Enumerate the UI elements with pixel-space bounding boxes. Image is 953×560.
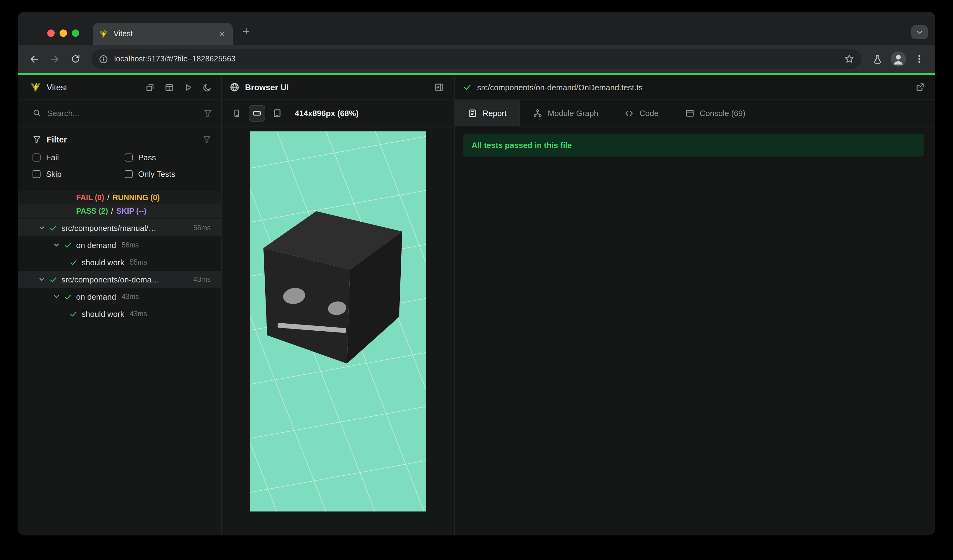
close-tab-icon[interactable] bbox=[217, 29, 227, 39]
reload-button[interactable] bbox=[66, 49, 85, 69]
minimize-window-button[interactable] bbox=[60, 29, 67, 37]
viewport-size-label: 414x896px (68%) bbox=[295, 109, 359, 118]
filter-header: Filter bbox=[33, 134, 213, 145]
report-body: All tests passed in this file bbox=[455, 127, 935, 535]
tab-code[interactable]: Code bbox=[612, 100, 672, 126]
pass-check-icon bbox=[69, 310, 78, 318]
filter-title: Filter bbox=[47, 135, 67, 144]
mobile-landscape-button[interactable] bbox=[249, 105, 265, 121]
smartphone-rotate-icon bbox=[252, 109, 262, 118]
theme-toggle-button[interactable] bbox=[202, 82, 213, 93]
summary-separator: / bbox=[107, 194, 109, 202]
tab-module-graph[interactable]: Module Graph bbox=[520, 100, 612, 126]
funnel-icon bbox=[33, 135, 41, 144]
test-suite-row[interactable]: on demand 43ms bbox=[18, 288, 221, 305]
filter-panel: Filter Fail Pass bbox=[18, 127, 221, 186]
smartphone-icon bbox=[232, 109, 241, 118]
fail-count: FAIL (0) bbox=[76, 194, 104, 202]
test-duration: 43ms bbox=[121, 293, 139, 300]
sidebar-header: Vitest bbox=[18, 75, 221, 100]
test-file-name: src/components/manual/… bbox=[61, 223, 156, 233]
filter-checkbox-pass[interactable]: Pass bbox=[125, 153, 213, 162]
profile-avatar[interactable] bbox=[889, 49, 908, 69]
mobile-portrait-button[interactable] bbox=[228, 105, 245, 121]
search-input[interactable] bbox=[47, 109, 197, 118]
banner-text: All tests passed in this file bbox=[472, 141, 572, 150]
url-text: localhost:5173/#/?file=1828625563 bbox=[114, 55, 844, 63]
test-duration: 43ms bbox=[193, 276, 221, 283]
browser-ui-header: Browser UI bbox=[222, 75, 455, 100]
chevron-down-icon[interactable] bbox=[39, 276, 45, 282]
checkbox-box[interactable] bbox=[33, 154, 40, 161]
filter-checkbox-fail[interactable]: Fail bbox=[33, 153, 125, 162]
browser-ui-panel: Browser UI 414x896px (68%) bbox=[222, 75, 455, 535]
test-case-row[interactable]: should work 55ms bbox=[18, 254, 221, 271]
reset-filter-button[interactable] bbox=[202, 134, 213, 145]
search-bar bbox=[18, 100, 221, 127]
filter-options: Fail Pass Skip Only Tests bbox=[33, 153, 213, 179]
test-suite-name: on demand bbox=[76, 240, 116, 250]
site-info-icon[interactable] bbox=[99, 54, 108, 64]
clear-filter-icon[interactable] bbox=[203, 109, 213, 118]
checkbox-box[interactable] bbox=[33, 170, 40, 178]
summary-separator: / bbox=[111, 207, 113, 216]
panel-right-icon bbox=[434, 82, 444, 92]
tablet-icon bbox=[273, 109, 282, 118]
chevron-down-icon[interactable] bbox=[53, 293, 60, 299]
browser-menu-button[interactable] bbox=[910, 49, 929, 69]
dock-panel-button[interactable] bbox=[431, 80, 446, 95]
tablet-button[interactable] bbox=[269, 105, 286, 121]
navigation-bar: localhost:5173/#/?file=1828625563 bbox=[18, 45, 935, 73]
tab-list-button[interactable] bbox=[911, 25, 928, 39]
dashboard-button[interactable] bbox=[163, 82, 174, 93]
tab-console[interactable]: Console (69) bbox=[672, 100, 759, 126]
test-file-row[interactable]: src/components/on-dema… 43ms bbox=[18, 271, 221, 288]
test-tree: src/components/manual/… 56ms on demand 5… bbox=[18, 219, 221, 535]
experiments-button[interactable] bbox=[868, 49, 887, 69]
filter-checkbox-skip[interactable]: Skip bbox=[33, 169, 125, 179]
tab-strip: Vitest bbox=[18, 12, 935, 45]
open-external-button[interactable] bbox=[913, 80, 927, 95]
run-all-button[interactable] bbox=[182, 82, 193, 93]
back-button[interactable] bbox=[24, 49, 43, 69]
chevron-down-icon[interactable] bbox=[53, 242, 60, 248]
sidebar-toolbar bbox=[144, 82, 213, 93]
browser-window: Vitest bbox=[18, 12, 935, 535]
moon-icon bbox=[202, 82, 211, 92]
pass-check-icon bbox=[463, 83, 472, 92]
module-graph-icon bbox=[533, 109, 542, 118]
tab-label: Code bbox=[639, 109, 658, 118]
panels-button[interactable] bbox=[144, 82, 155, 93]
tab-label: Report bbox=[483, 109, 507, 118]
running-count: RUNNING (0) bbox=[112, 194, 160, 202]
app-name: Vitest bbox=[47, 82, 67, 92]
test-file-row[interactable]: src/components/manual/… 56ms bbox=[18, 219, 221, 236]
overlapping-windows-icon bbox=[145, 82, 154, 92]
pass-check-icon bbox=[64, 293, 72, 301]
maximize-window-button[interactable] bbox=[72, 29, 79, 37]
test-case-row[interactable]: should work 43ms bbox=[18, 305, 221, 323]
report-header: src/components/on-demand/OnDemand.test.t… bbox=[455, 75, 935, 100]
chevron-down-icon bbox=[916, 28, 924, 36]
chevron-down-icon[interactable] bbox=[39, 225, 45, 231]
checkbox-box[interactable] bbox=[125, 154, 133, 161]
test-suite-row[interactable]: on demand 56ms bbox=[18, 236, 221, 254]
browser-tab[interactable]: Vitest bbox=[93, 23, 233, 45]
back-arrow-icon bbox=[29, 54, 39, 64]
bookmark-star-icon[interactable] bbox=[844, 54, 854, 64]
console-icon bbox=[685, 109, 694, 118]
test-duration: 56ms bbox=[193, 224, 221, 231]
grid-icon bbox=[164, 82, 174, 92]
address-bar[interactable]: localhost:5173/#/?file=1828625563 bbox=[92, 49, 861, 69]
checkbox-box[interactable] bbox=[125, 170, 133, 178]
forward-button[interactable] bbox=[45, 49, 64, 69]
checkbox-label: Pass bbox=[138, 153, 156, 162]
tab-report[interactable]: Report bbox=[455, 100, 520, 126]
new-tab-button[interactable] bbox=[237, 23, 255, 40]
play-icon bbox=[183, 82, 192, 92]
filter-checkbox-only-tests[interactable]: Only Tests bbox=[125, 169, 213, 179]
test-viewport[interactable] bbox=[222, 127, 455, 535]
panel-title: Browser UI bbox=[245, 82, 289, 92]
close-window-button[interactable] bbox=[47, 29, 55, 37]
test-case-name: should work bbox=[82, 309, 124, 318]
